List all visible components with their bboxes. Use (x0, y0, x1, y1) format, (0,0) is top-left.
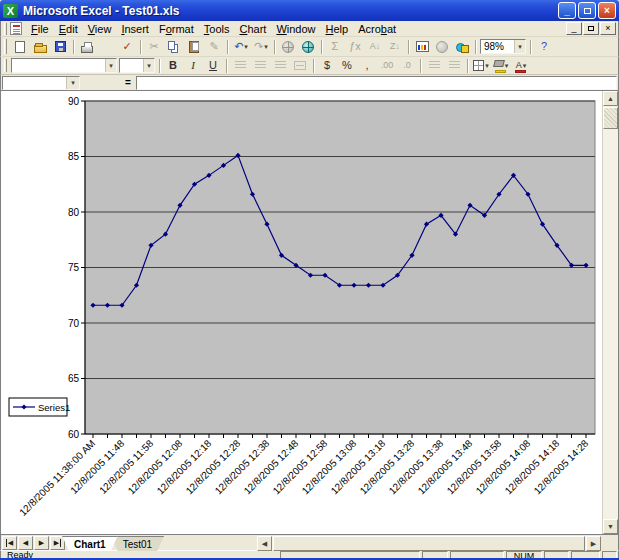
restore-button[interactable] (578, 2, 596, 19)
font-combo[interactable]: ▾ (11, 58, 117, 73)
excel-window: X Microsoft Excel - Test01.xls _× FileEd… (0, 0, 619, 560)
chart-sheet-icon[interactable] (10, 22, 22, 35)
fill-color-icon (493, 60, 505, 67)
workbook-restore-button[interactable] (583, 22, 599, 35)
toolbar-separator (530, 40, 531, 54)
new-button[interactable] (10, 38, 30, 56)
print-button[interactable] (77, 38, 97, 56)
horizontal-scroll-thumb[interactable] (273, 536, 585, 551)
last-sheet-button[interactable]: ▶ (50, 536, 65, 550)
map-icon (436, 41, 448, 53)
paste-button[interactable] (184, 38, 204, 56)
workbook-minimize-button[interactable]: _ (566, 22, 582, 35)
menu-item-chart[interactable]: Chart (234, 22, 271, 36)
toolbar-separator (475, 40, 476, 54)
name-box[interactable]: ▾ (2, 76, 80, 90)
toolbar-separator (408, 40, 409, 54)
vertical-scroll-thumb[interactable] (603, 107, 618, 129)
scroll-down-button[interactable]: ▼ (603, 519, 618, 534)
sheet-tab-chart1[interactable]: Chart1 (62, 536, 118, 551)
toolbar-separator (159, 59, 160, 73)
excel-logo-icon: X (3, 4, 18, 18)
fill-color-color-bar (495, 70, 506, 73)
chart-wizard-button[interactable] (412, 38, 432, 56)
sort-ascending-icon: A↓ (370, 42, 381, 51)
insert-hyperlink-icon (282, 41, 294, 53)
menu-item-acrobat[interactable]: Acrobat (353, 22, 401, 36)
next-sheet-button[interactable]: ▶ (34, 536, 49, 550)
menu-item-help[interactable]: Help (321, 22, 354, 36)
help-button[interactable]: ? (534, 38, 554, 56)
scrollbar-corner (601, 536, 618, 551)
comma-button[interactable]: , (357, 57, 377, 75)
menu-item-file[interactable]: File (26, 22, 54, 36)
spelling-icon: ✓ (122, 41, 131, 52)
menu-item-format[interactable]: Format (154, 22, 199, 36)
autosum-icon: Σ (332, 41, 339, 52)
align-right-button (270, 57, 290, 75)
comma-icon: , (365, 60, 368, 71)
sheet-tab-test01[interactable]: Test01 (111, 536, 164, 551)
scroll-left-button[interactable]: ◀ (257, 536, 272, 551)
right-arrow-icon: ▶ (591, 540, 596, 548)
web-toolbar-icon (302, 41, 314, 53)
bold-button[interactable]: B (163, 57, 183, 75)
chevron-down-icon[interactable]: ▾ (143, 59, 154, 72)
save-button[interactable] (50, 38, 70, 56)
align-center-button (250, 57, 270, 75)
chart[interactable]: 6065707580859012/8/2005 11:38:00 AM12/8/… (1, 91, 602, 534)
print-preview-button[interactable] (97, 38, 117, 56)
borders-button[interactable]: ▾ (471, 57, 491, 75)
window-title: Microsoft Excel - Test01.xls (23, 4, 556, 18)
font-size-combo[interactable]: ▾ (119, 58, 155, 73)
toolbar-grip[interactable] (4, 59, 7, 73)
percent-button[interactable]: % (337, 57, 357, 75)
formula-input[interactable] (136, 76, 617, 90)
equals-button[interactable]: = (120, 76, 136, 90)
minimize-button[interactable]: _ (558, 2, 576, 19)
workbook-close-button[interactable]: × (600, 22, 616, 35)
y-axis-label: 80 (68, 207, 80, 218)
toolbar-separator (274, 40, 275, 54)
font-color-button[interactable]: A▾ (511, 57, 531, 75)
chevron-down-icon[interactable]: ▾ (514, 40, 525, 53)
vertical-scrollbar[interactable]: ▲ ▼ (602, 91, 618, 534)
y-axis-label: 75 (68, 262, 80, 273)
toolbar-grip[interactable] (4, 23, 7, 35)
y-axis-label: 90 (68, 96, 80, 107)
decrease-decimal-icon: .0 (403, 61, 411, 70)
close-button[interactable]: × (598, 2, 616, 19)
undo-button[interactable]: ↶▾ (231, 38, 251, 56)
underline-button[interactable]: U (203, 57, 223, 75)
undo-icon: ↶ (234, 41, 243, 52)
zoom-combo[interactable]: 98%▾ (480, 39, 526, 54)
chevron-down-icon: ▾ (485, 62, 489, 69)
open-button[interactable] (30, 38, 50, 56)
menu-item-window[interactable]: Window (271, 22, 320, 36)
fill-color-button[interactable]: ▾ (491, 57, 511, 75)
web-toolbar-button[interactable] (298, 38, 318, 56)
zoom-value: 98% (484, 41, 504, 52)
previous-sheet-button[interactable]: ◀ (18, 536, 33, 550)
chevron-down-icon[interactable]: ▾ (66, 77, 79, 89)
toolbar-grip[interactable] (4, 39, 7, 54)
copy-button[interactable] (164, 38, 184, 56)
menu-item-tools[interactable]: Tools (199, 22, 235, 36)
menu-item-edit[interactable]: Edit (54, 22, 83, 36)
scroll-up-button[interactable]: ▲ (603, 91, 618, 106)
italic-button[interactable]: I (183, 57, 203, 75)
y-axis-label: 60 (68, 429, 80, 440)
horizontal-scrollbar[interactable]: ◀ ▶ (257, 536, 601, 551)
menu-item-insert[interactable]: Insert (116, 22, 154, 36)
paste-function-icon: ƒx (349, 41, 361, 52)
decrease-indent-icon (429, 61, 440, 70)
menu-item-view[interactable]: View (83, 22, 117, 36)
borders-icon (473, 60, 484, 71)
first-sheet-button[interactable]: ◀ (2, 536, 17, 550)
spelling-button[interactable]: ✓ (117, 38, 137, 56)
chevron-down-icon[interactable]: ▾ (105, 59, 116, 72)
currency-button[interactable]: $ (317, 57, 337, 75)
drawing-button[interactable] (452, 38, 472, 56)
scroll-right-button[interactable]: ▶ (586, 536, 601, 551)
cut-button: ✂ (144, 38, 164, 56)
